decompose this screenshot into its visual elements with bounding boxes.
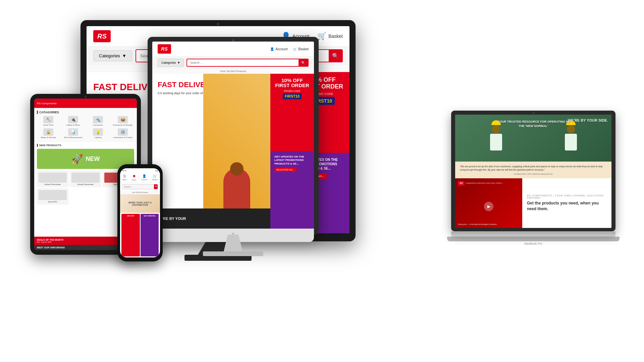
cat-test[interactable]: 📊 Test & Measurement <box>62 128 85 139</box>
product-img-1 <box>39 173 67 183</box>
enclosures-icon: 📦 <box>118 116 128 123</box>
imac-promo-red: 10% OFF FIRST ORDER PROMO CODE FIRST10 <box>270 74 314 151</box>
main-scene: RS 👤 Account 🛒 Basket <box>0 0 644 362</box>
product-name-4: Sensor NTC <box>39 201 67 203</box>
imac-basket-nav[interactable]: 🛒 Basket <box>293 47 309 51</box>
imac-search-area: Categories ▼ 🔍 <box>152 57 314 69</box>
imac-search-button[interactable]: 🔍 <box>299 59 308 66</box>
iphone-time: 09:41 <box>122 170 126 172</box>
cat-lighting[interactable]: 💡 Lighting <box>87 128 109 139</box>
imac-base <box>203 251 263 256</box>
product-infrared-1[interactable]: Infrared Thermometer <box>37 171 68 187</box>
imac-categories-button[interactable]: Categories ▼ <box>158 59 184 67</box>
rs-logo: RS <box>93 30 111 42</box>
enclosures-label: Enclosures & Storage <box>111 124 134 126</box>
iphone-search-button[interactable]: 🔍 <box>154 184 158 189</box>
imac-hero: FAST DELIVERY 3-5 working days for your … <box>152 74 314 229</box>
imac-over50k-text: Over 50,000 Products <box>220 70 246 73</box>
iphone-notch <box>132 164 149 168</box>
svg-marker-0 <box>133 175 136 177</box>
imac-rs-logo: RS <box>158 44 171 54</box>
play-button[interactable]: ▶ <box>484 202 493 211</box>
iphone-nav-menu-label: Menu <box>122 179 127 181</box>
product-img-2 <box>71 173 100 183</box>
imac-account-nav[interactable]: 👤 Account <box>270 47 287 51</box>
test-label: Test & Measurement <box>62 136 85 139</box>
imac-hero-left: FAST DELIVERY 3-5 working days for your … <box>152 74 270 229</box>
cat-cables-wires[interactable]: 🔌 Cables & Wires <box>62 116 85 126</box>
cat-enclosures[interactable]: 📦 Enclosures & Storage <box>111 116 134 126</box>
cables-label: Cables & Wires <box>62 124 85 126</box>
hand-tools-label: Hand Tools <box>37 124 60 126</box>
safety-label: Safety & Security <box>37 136 60 139</box>
rocket-icon: 🚀 <box>71 154 83 165</box>
iphone-signal: ●●● <box>155 170 158 172</box>
imac-account-label: Account <box>275 47 287 51</box>
automation-icon: ⚙️ <box>118 128 128 136</box>
imac-search-wrap: 🔍 <box>186 59 309 67</box>
laptop-partner-label: RS Components | YOUR OMNI-CHANNEL SOLUTI… <box>527 194 607 199</box>
laptop-camera <box>533 112 534 114</box>
laptop-screen: YOUR TRUSTED RESOURCE FOR OPERATING IN T… <box>455 115 611 228</box>
cat-safety[interactable]: 🔒 Safety & Security <box>37 128 60 139</box>
laptop-quote-text: "We are proud to be by the side of our c… <box>460 165 607 172</box>
cat-connectors[interactable]: 🔩 Connectors <box>87 116 109 126</box>
imac-banner-bottom: WE'RE BY YOUR <box>152 208 270 229</box>
product-sensor[interactable]: Sensor NTC <box>37 188 68 204</box>
ipad-cat-grid: 🔧 Hand Tools 🔌 Cables & Wires 🔩 Connecto… <box>37 116 134 139</box>
ipad-categories: CATAGORIES 🔧 Hand Tools 🔌 Cables & Wires <box>34 108 137 142</box>
iphone-nav-basket-label: Basket <box>152 179 157 181</box>
iphone-nav-home[interactable]: Home <box>132 174 136 181</box>
hand-tools-icon: 🔧 <box>43 116 53 123</box>
ipad-header: RS Components <box>34 99 137 108</box>
imac-updates-title: GET UPDATES ON THE LATEST PROMOTIONS PRO… <box>274 155 310 166</box>
imac-search-input[interactable] <box>187 59 299 66</box>
categories-label: Categories <box>99 53 120 58</box>
basket-icon: 🛒 <box>317 32 326 41</box>
categories-button[interactable]: Categories ▼ <box>93 50 132 61</box>
iphone-nav-menu[interactable]: ☰ Menu <box>122 174 127 181</box>
imac-register-button[interactable]: REGISTER NO... <box>274 168 297 172</box>
imac-over50k: Over 50,000 Products <box>152 69 314 74</box>
iphone-hero: MORE THAN JUST A DISTRIBUTOR <box>120 194 160 213</box>
cat-automation[interactable]: ⚙️ Automation & Control <box>111 128 134 139</box>
imac-basket-icon: 🛒 <box>293 47 297 51</box>
lighting-label: Lighting <box>87 136 109 139</box>
laptop-hinge <box>451 231 615 234</box>
cat-hand-tools[interactable]: 🔧 Hand Tools <box>37 116 60 126</box>
laptop-video-title-text: Supporting customers every day | About..… <box>466 182 503 185</box>
laptop-base <box>451 231 615 237</box>
connectors-label: Connectors <box>87 124 109 126</box>
laptop-info-panel: RS Components | YOUR OMNI-CHANNEL SOLUTI… <box>522 178 611 228</box>
iphone-hero-img: MORE THAN JUST A DISTRIBUTOR <box>120 194 160 213</box>
deals-title: DEALS OF THE MONTH <box>37 239 63 241</box>
ipad-cat-title: CATAGORIES <box>37 111 134 114</box>
imac-promo-code: FIRST10 <box>283 93 302 99</box>
product-infrared-2[interactable]: Infrared Thermometer <box>70 171 101 187</box>
iphone-nav-basket[interactable]: 🛒 Basket <box>152 174 157 181</box>
imac-basket-label: Basket <box>298 47 309 51</box>
laptop-model-text: MacBook Pro <box>451 242 615 245</box>
imac-person-head <box>230 162 244 176</box>
imac-device: RS 👤 Account 🛒 Basket <box>148 37 319 265</box>
laptop-frame: YOUR TRUSTED RESOURCE FOR OPERATING IN T… <box>451 111 615 231</box>
menu-icon: ☰ <box>123 174 126 178</box>
iphone-nav-account[interactable]: 👤 Account <box>141 174 147 181</box>
imac-hero-right: 10% OFF FIRST ORDER PROMO CODE FIRST10 G… <box>270 74 314 229</box>
lighting-icon: 💡 <box>93 128 103 136</box>
iphone-promo-purple: GET UPDATES <box>141 214 159 256</box>
automation-label: Automation & Control <box>111 136 134 139</box>
laptop-video-thumbnail: RS Supporting customers every day | Abou… <box>455 178 522 228</box>
basket-nav-item[interactable]: 🛒 Basket <box>317 32 343 41</box>
iphone-search-input[interactable] <box>122 185 154 189</box>
connectors-icon: 🔩 <box>93 116 103 123</box>
product-name-2: Infrared Thermometer <box>71 183 100 185</box>
iphone-over50k-text: Over 50,000 Products <box>132 191 148 193</box>
basket-icon-mobile: 🛒 <box>153 174 157 178</box>
iphone-10off: 10% OFF <box>127 215 134 217</box>
laptop-quote-author: Lindsley Ruth, CEO, Electrocomponents pl… <box>460 173 607 175</box>
search-button[interactable]: 🔍 <box>329 50 342 62</box>
imac-updates-box: GET UPDATES ON THE LATEST PROMOTIONS PRO… <box>270 151 314 229</box>
laptop-trusted-text: YOUR TRUSTED RESOURCE FOR OPERATING IN T… <box>494 120 573 128</box>
new-label: NEW <box>86 156 100 163</box>
